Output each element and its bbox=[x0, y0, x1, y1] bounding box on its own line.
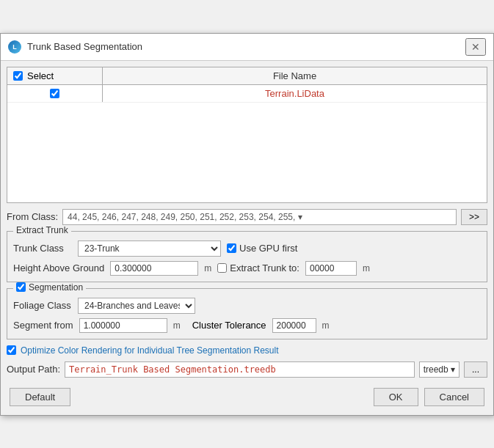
content-area: Select File Name Terrain.LiData F bbox=[1, 61, 493, 415]
output-path-row: Output Path: treedb ▾ ... bbox=[7, 361, 487, 378]
height-row: Height Above Ground m Extract Trunk to: … bbox=[13, 261, 481, 276]
segment-from-row: Segment from m Cluster Tolerance m bbox=[13, 318, 481, 333]
header-filename-cell: File Name bbox=[103, 67, 487, 84]
segmentation-group: Segmentation Foliage Class 24-Branches a… bbox=[7, 288, 487, 339]
trunk-class-row: Trunk Class 23-Trunk Use GPU first bbox=[13, 240, 481, 257]
title-bar-left: L Trunk Based Segmentation bbox=[8, 40, 142, 54]
output-browse-button[interactable]: ... bbox=[464, 361, 487, 378]
row-filename-cell: Terrain.LiData bbox=[103, 85, 487, 102]
default-button[interactable]: Default bbox=[10, 388, 70, 406]
use-gpu-label-wrap: Use GPU first bbox=[227, 243, 297, 254]
close-button[interactable]: ✕ bbox=[465, 38, 486, 56]
extract-trunk-to-unit: m bbox=[363, 263, 370, 273]
cluster-tolerance-label: Cluster Tolerance bbox=[192, 320, 266, 331]
row-select-cell bbox=[7, 85, 103, 102]
extract-trunk-content: Trunk Class 23-Trunk Use GPU first Heigh… bbox=[13, 240, 481, 276]
from-class-row: From Class: 44, 245, 246, 247, 248, 249,… bbox=[7, 209, 487, 225]
trunk-class-select[interactable]: 23-Trunk bbox=[78, 240, 221, 257]
cancel-button[interactable]: Cancel bbox=[424, 388, 484, 406]
from-class-input[interactable]: 44, 245, 246, 247, 248, 249, 250, 251, 2… bbox=[62, 209, 457, 225]
main-window: L Trunk Based Segmentation ✕ Select File… bbox=[0, 33, 494, 416]
optimize-row: Optimize Color Rendering for Individual … bbox=[7, 345, 487, 356]
use-gpu-checkbox[interactable] bbox=[227, 243, 236, 253]
ok-cancel-group: OK Cancel bbox=[374, 388, 484, 406]
extract-trunk-title: Extract Trunk bbox=[13, 225, 71, 235]
cluster-unit: m bbox=[322, 320, 330, 331]
foliage-row: Foliage Class 24-Branches and Leaves bbox=[13, 298, 481, 314]
output-path-input[interactable] bbox=[65, 361, 415, 378]
segment-from-input[interactable] bbox=[79, 318, 167, 333]
header-filename-label: File Name bbox=[273, 70, 316, 81]
extract-trunk-to-label-wrap: Extract Trunk to: bbox=[217, 262, 299, 273]
window-title: Trunk Based Segmentation bbox=[27, 41, 142, 52]
segmentation-title-wrap: Segmentation bbox=[13, 282, 86, 293]
output-ext-select[interactable]: treedb ▾ bbox=[419, 361, 460, 378]
file-table-header: Select File Name bbox=[7, 67, 487, 85]
height-label: Height Above Ground bbox=[13, 262, 104, 273]
foliage-select[interactable]: 24-Branches and Leaves bbox=[78, 298, 195, 314]
file-table-body: Terrain.LiData bbox=[7, 85, 487, 202]
from-class-label: From Class: bbox=[7, 211, 58, 222]
extract-trunk-to-input[interactable] bbox=[305, 261, 357, 276]
extract-trunk-to-label: Extract Trunk to: bbox=[230, 262, 299, 273]
output-label: Output Path: bbox=[7, 364, 60, 375]
optimize-checkbox[interactable] bbox=[7, 345, 16, 355]
height-unit: m bbox=[204, 263, 211, 273]
header-select-checkbox[interactable] bbox=[13, 71, 23, 81]
segment-from-label: Segment from bbox=[13, 320, 73, 331]
optimize-label: Optimize Color Rendering for Individual … bbox=[21, 345, 279, 356]
use-gpu-label: Use GPU first bbox=[239, 243, 297, 254]
segmentation-content: Foliage Class 24-Branches and Leaves Seg… bbox=[13, 298, 481, 333]
extract-trunk-group: Extract Trunk Trunk Class 23-Trunk Use G… bbox=[7, 231, 487, 282]
foliage-label: Foliage Class bbox=[13, 300, 72, 311]
cluster-tolerance-input[interactable] bbox=[272, 318, 316, 333]
trunk-class-label: Trunk Class bbox=[13, 243, 72, 254]
header-select-label: Select bbox=[27, 70, 54, 81]
segmentation-title: Segmentation bbox=[29, 282, 83, 293]
app-icon: L bbox=[8, 40, 21, 54]
title-bar: L Trunk Based Segmentation ✕ bbox=[1, 34, 493, 61]
file-table: Select File Name Terrain.LiData bbox=[7, 67, 487, 203]
segment-unit: m bbox=[173, 320, 181, 331]
table-row: Terrain.LiData bbox=[7, 85, 487, 103]
segmentation-checkbox[interactable] bbox=[16, 282, 26, 292]
row-filename: Terrain.LiData bbox=[265, 88, 324, 99]
from-class-button[interactable]: >> bbox=[461, 209, 487, 225]
extract-trunk-to-checkbox[interactable] bbox=[217, 263, 227, 273]
bottom-buttons: Default OK Cancel bbox=[7, 385, 487, 409]
row-select-checkbox[interactable] bbox=[50, 89, 59, 98]
header-select-cell: Select bbox=[7, 67, 103, 84]
height-input[interactable] bbox=[110, 261, 198, 276]
ok-button[interactable]: OK bbox=[374, 388, 418, 406]
